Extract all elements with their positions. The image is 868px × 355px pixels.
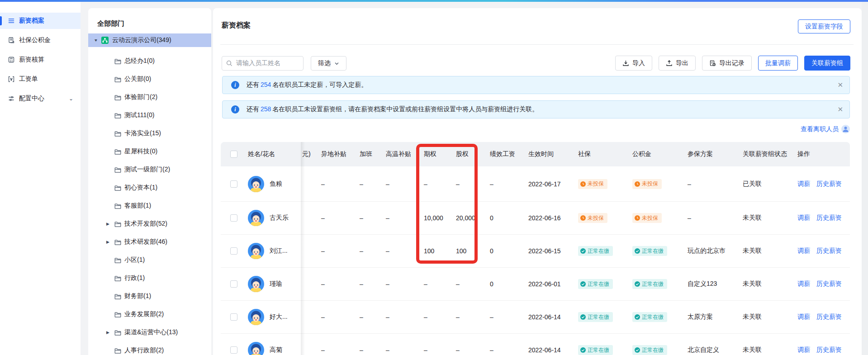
filter-button[interactable]: 筛选 — [311, 56, 346, 71]
search-icon — [226, 60, 232, 66]
tree-node[interactable]: 小区(1) — [88, 251, 211, 269]
cell-value: 2022-06-16 — [528, 214, 561, 222]
tree-node[interactable]: 财务部(1) — [88, 287, 211, 305]
caret-down-icon[interactable]: ▼ — [94, 38, 98, 42]
sidebar-item-2[interactable]: 社保公积金 — [0, 32, 81, 48]
table-row: 好大...––––––2022-06-14正常在缴正常在缴太原方案未关联调薪历史… — [221, 301, 850, 334]
adjust-salary-link[interactable]: 调薪 — [797, 313, 810, 320]
page-title: 薪资档案 — [222, 21, 251, 30]
tree-node[interactable]: 星犀科技(0) — [88, 142, 211, 161]
cell-value: 2022-06-15 — [528, 247, 561, 255]
cell-value: – — [386, 247, 389, 255]
column-header: 生效时间 — [528, 142, 554, 166]
adjust-salary-link[interactable]: 调薪 — [797, 247, 810, 254]
toolbar-button-2[interactable]: 导出 — [659, 56, 696, 71]
settings-salary-fields-button[interactable]: 设置薪资字段 — [798, 19, 850, 33]
avatar — [248, 276, 264, 292]
adjust-salary-link[interactable]: 调薪 — [797, 180, 810, 187]
status-badge: 正常在缴 — [578, 279, 613, 289]
cell-value: 0 — [490, 247, 493, 255]
folder-icon — [114, 130, 121, 137]
cell-value: – — [490, 313, 493, 321]
sidebar-item-3[interactable]: 薪资核算 — [0, 52, 81, 68]
cell-value: – — [688, 214, 691, 222]
tree-node[interactable]: ▶技术开发部(52) — [88, 215, 211, 233]
close-icon[interactable]: ✕ — [837, 105, 843, 114]
row-checkbox[interactable] — [230, 313, 237, 321]
folder-icon — [114, 221, 121, 227]
salary-history-link[interactable]: 历史薪资 — [816, 247, 842, 254]
tree-node[interactable]: ▶技术研发部(46) — [88, 233, 211, 251]
cell-value: – — [360, 180, 363, 188]
tree-node[interactable]: 人事行政部(2) — [88, 341, 211, 355]
salary-history-link[interactable]: 历史薪资 — [816, 214, 842, 221]
caret-right-icon[interactable]: ▶ — [106, 222, 109, 226]
record-icon — [709, 60, 716, 66]
caret-right-icon[interactable]: ▶ — [106, 240, 109, 244]
avatar — [248, 342, 264, 355]
column-header: 加班 — [360, 142, 372, 166]
payslip-icon — [8, 76, 15, 83]
row-checkbox[interactable] — [230, 280, 237, 288]
page-scrollbar[interactable] — [862, 2, 868, 355]
sidebar-item-5[interactable]: 配置中心⌄ — [0, 90, 81, 107]
folder-icon — [114, 76, 121, 83]
column-header: 公积金 — [632, 142, 651, 166]
status-badge: 正常在缴 — [632, 279, 667, 289]
salary-history-link[interactable]: 历史薪资 — [816, 313, 842, 320]
caret-right-icon[interactable]: ▶ — [106, 330, 109, 335]
employee-name: 鱼粮 — [270, 180, 282, 188]
column-header: 绩效工资 — [490, 142, 515, 166]
close-icon[interactable]: ✕ — [837, 81, 843, 89]
toolbar: 导入导出导出记录批量调薪关联薪资组 — [615, 56, 850, 71]
row-checkbox[interactable] — [230, 180, 237, 188]
column-header: 异地补贴 — [321, 142, 346, 166]
select-all-checkbox[interactable] — [230, 151, 237, 158]
tree-node[interactable]: 总经办1(0) — [88, 52, 211, 70]
tree-node[interactable]: 卡洛实业(15) — [88, 124, 211, 142]
tree-node[interactable]: 初心资本(1) — [88, 179, 211, 197]
salary-history-link[interactable]: 历史薪资 — [816, 180, 842, 187]
toolbar-button-5[interactable]: 关联薪资组 — [804, 56, 850, 71]
tree-node[interactable]: 公关部(0) — [88, 70, 211, 88]
salary-history-link[interactable]: 历史薪资 — [816, 280, 842, 287]
adjust-salary-link[interactable]: 调薪 — [797, 214, 810, 221]
row-checkbox[interactable] — [230, 346, 237, 354]
folder-icon — [114, 347, 121, 354]
toolbar-button-1[interactable]: 导入 — [615, 56, 652, 71]
sidebar-item-1[interactable]: 薪资档案 — [0, 13, 81, 29]
company-icon — [101, 37, 109, 44]
row-checkbox[interactable] — [230, 247, 237, 255]
toolbar-button-4[interactable]: 批量调薪 — [758, 56, 798, 71]
tree-node[interactable]: 客服部(1) — [88, 197, 211, 215]
tree-node[interactable]: 测试111(0) — [88, 106, 211, 124]
table-header: 姓名/花名元)异地补贴加班高温补贴期权股权绩效工资生效时间社保公积金参保方案关联… — [221, 142, 850, 166]
chevron-down-icon — [334, 61, 339, 66]
cell-value: 自定义123 — [688, 280, 717, 288]
cell-value: – — [321, 214, 325, 222]
search-input[interactable]: 请输入员工姓名 — [222, 56, 304, 71]
sidebar-item-4[interactable]: 工资单 — [0, 71, 81, 87]
view-resigned-link[interactable]: 查看离职人员 — [801, 125, 850, 133]
avatar — [248, 176, 264, 192]
alert-count: 254 — [261, 81, 271, 88]
salary-history-link[interactable]: 历史薪资 — [816, 346, 842, 353]
folder-icon — [114, 94, 121, 101]
adjust-salary-link[interactable]: 调薪 — [797, 280, 810, 287]
salary-archive-panel: 薪资档案 设置薪资字段 请输入员工姓名 筛选 导入导出导出记录批量调薪关联薪资组… — [213, 8, 862, 355]
employee-name: 高菊 — [270, 346, 282, 354]
folder-icon — [114, 203, 121, 209]
tree-node[interactable]: 体验部门(2) — [88, 88, 211, 106]
row-checkbox[interactable] — [230, 214, 237, 222]
tree-node[interactable]: 业务发展部(2) — [88, 305, 211, 323]
cell-value: – — [386, 280, 389, 288]
calculator-icon — [8, 56, 15, 63]
tree-root-company[interactable]: ▼ 云动云演示公司(349) — [88, 33, 211, 47]
tree-node[interactable]: 测试一级部门(2) — [88, 161, 211, 179]
tree-node[interactable]: 行政(1) — [88, 269, 211, 287]
avatar — [248, 309, 264, 325]
adjust-salary-link[interactable]: 调薪 — [797, 346, 810, 353]
toolbar-button-3[interactable]: 导出记录 — [702, 56, 752, 71]
tree-node[interactable]: ▶渠道&运营中心(13) — [88, 323, 211, 341]
cell-value: 0 — [490, 214, 493, 222]
